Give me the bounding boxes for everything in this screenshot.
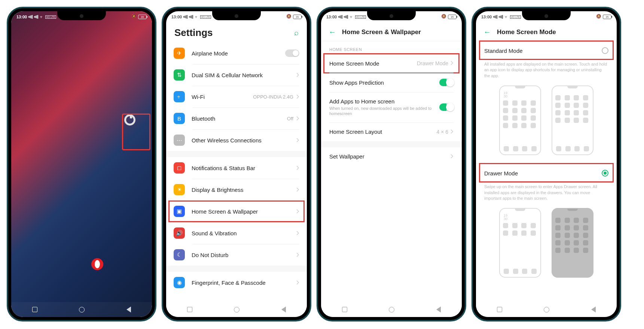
chevron-right-icon [296,279,299,287]
dnd-icon [441,14,446,19]
chevron-right-icon [296,229,299,237]
chevron-right-icon [296,251,299,259]
item-icon: ◉ [174,277,185,288]
item-label: Airplane Mode [192,50,285,57]
chevron-right-icon [451,153,454,160]
preview-main: 1930 [499,85,541,155]
home-screen: 13:00 ᯤ VO LTE 35 13:00 Fri, May 31 Sunn… [11,11,152,317]
item-label: Other Wireless Connections [192,137,293,144]
nav-recent[interactable] [497,307,502,312]
back-button[interactable]: ← [329,28,336,36]
nav-bar [476,302,617,317]
back-button[interactable]: ← [483,28,491,36]
item-label: Bluetooth [192,115,285,122]
dnd-icon [286,14,292,19]
signal-icon-2 [344,15,348,19]
item-icon: ᯤ [174,91,185,102]
item-value: OPPO-INDIA 2.4G [253,94,293,100]
signal-icon [28,15,33,19]
nav-recent[interactable] [342,307,347,312]
signal-icon [338,15,342,19]
status-time: 13:00 [16,15,27,19]
nav-home[interactable] [234,307,239,313]
wifi-icon: ᯤ [350,15,354,19]
item-value: Off [287,116,293,121]
preview-main: 1930 [499,208,541,278]
nav-back[interactable] [436,307,441,313]
preview-second [552,85,593,155]
row-label: Set Wallpaper [329,153,451,160]
signal-icon [183,15,187,19]
nav-home[interactable] [389,307,394,313]
settings-item[interactable]: 🔊Sound & Vibration [166,222,307,244]
nav-back[interactable] [126,307,131,313]
signal-icon-2 [34,15,38,19]
settings-item[interactable]: ⇅Dual SIM & Cellular Network [166,64,307,86]
highlight-item [168,200,305,222]
item-icon: ⋯ [174,135,185,146]
row-label: Home Screen Layout [329,129,436,135]
highlight-drawer [479,163,614,182]
dnd-icon [131,14,137,19]
signal-icon-2 [189,15,193,19]
item-icon: B [174,113,185,124]
settings-item[interactable]: ◉Fingerprint, Face & Passcode [166,272,307,293]
phone-1: 13:00 ᯤ VO LTE 35 13:00 Fri, May 31 Sunn… [7,7,156,322]
page-title: Home Screen & Wallpaper [342,28,421,36]
drawer-mode-desc: Swipe up on the main screen to enter App… [476,182,617,206]
toggle-on-icon[interactable] [439,79,454,86]
nav-home[interactable] [79,307,85,313]
wifi-icon: ᯤ [195,15,199,19]
settings-item[interactable]: ▣Home Screen & Wallpaper [166,200,307,222]
settings-item[interactable]: ☀Display & Brightness [166,179,307,200]
item-label: Fingerprint, Face & Passcode [192,280,293,286]
settings-item[interactable]: BBluetoothOff [166,108,307,129]
settings-item[interactable]: ☾Do Not Disturb [166,244,307,266]
chevron-right-icon [296,136,299,144]
hsw-row[interactable]: Home Screen Layout4 × 6 [321,123,462,141]
hsw-row[interactable]: Add Apps to Home screenWhen turned on, n… [321,92,462,123]
hsw-row[interactable]: Show Apps Prediction [321,73,462,92]
wifi-icon: ᯤ [504,15,509,19]
nav-back[interactable] [591,307,596,313]
row-label: Add Apps to Home screenWhen turned on, n… [329,98,439,117]
highlight-settings [122,114,150,150]
drawer-preview: 1930 [476,206,617,286]
chevron-right-icon [296,115,299,123]
volte-icon: VO LTE [45,15,56,19]
nav-bar [11,302,152,317]
toggle-on-icon[interactable] [439,103,454,111]
nav-home[interactable] [544,307,549,313]
item-icon: ☾ [174,249,185,260]
preview-drawer [552,208,593,278]
settings-item[interactable]: ✈Airplane Mode [166,42,307,64]
nav-bar [321,302,462,317]
nav-bar [166,302,307,317]
nav-recent[interactable] [187,307,192,312]
item-label: Wi-Fi [192,94,251,100]
settings-screen: 13:00 ᯤ VO LTE 35 Settings ⌕ ✈Airplane M… [166,11,307,317]
nav-recent[interactable] [32,307,37,312]
page-title: Home Screen Mode [497,28,556,36]
chevron-right-icon [296,164,299,172]
hsw-row[interactable]: Set Wallpaper [321,147,462,166]
highlight-row [323,53,460,73]
hsw-list: Home Screen ModeDrawer ModeShow Apps Pre… [321,54,462,166]
row-sub: When turned on, new downloaded apps will… [329,106,439,117]
chevron-right-icon [296,93,299,101]
wifi-icon: ᯤ [40,15,44,19]
item-icon: ✈ [174,48,185,59]
settings-list: ✈Airplane Mode⇅Dual SIM & Cellular Netwo… [166,42,307,312]
section-label: HOME SCREEN [321,41,462,54]
settings-item[interactable]: ◻Notifications & Status Bar [166,157,307,179]
settings-item[interactable]: ⋯Other Wireless Connections [166,129,307,151]
search-icon[interactable]: ⌕ [294,28,299,37]
settings-item[interactable]: ᯤWi-FiOPPO-INDIA 2.4G [166,86,307,108]
mode-screen: 13:00 ᯤ VO LTE 35 ← Home Screen Mode Sta… [476,11,617,317]
nav-back[interactable] [281,307,286,313]
standard-mode-desc: All installed apps are displayed on the … [476,60,617,83]
phone-4: 13:00 ᯤ VO LTE 35 ← Home Screen Mode Sta… [471,7,621,322]
hsw-row[interactable]: Home Screen ModeDrawer Mode [321,54,462,73]
toggle-off-icon[interactable] [285,49,299,57]
dnd-icon [596,14,601,19]
